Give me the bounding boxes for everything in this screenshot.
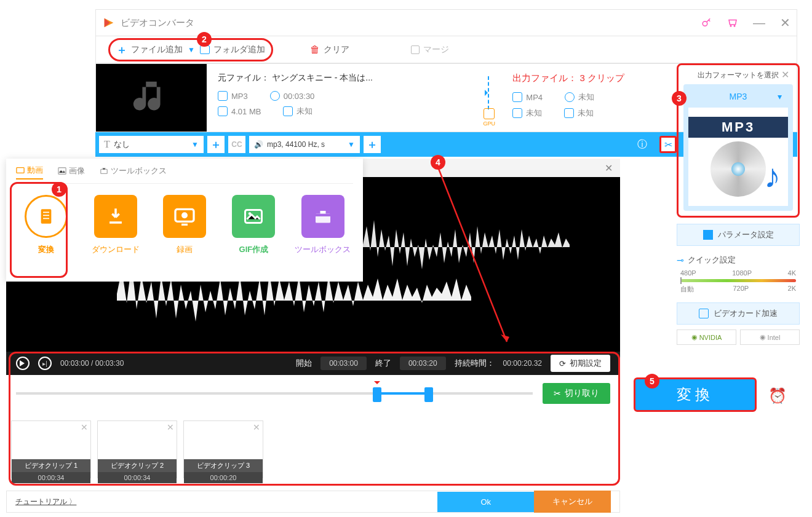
key-icon[interactable] [701, 17, 712, 28]
svg-rect-3 [101, 169, 108, 173]
out-size: 未知 [526, 108, 542, 119]
merge-label: マージ [423, 44, 449, 55]
clips-list: ✕ ビデオクリップ 1 00:00:34 ✕ ビデオクリップ 2 00:00:3… [6, 416, 620, 483]
trim-start-handle[interactable] [373, 387, 381, 402]
editor-bottom-bar: チュートリアル 〉 Ok キャンセル [6, 491, 620, 513]
trim-end-handle[interactable] [424, 387, 433, 402]
clock-icon [270, 91, 280, 101]
parameter-settings-button[interactable]: パラメータ設定 [677, 224, 800, 246]
src-size: 4.01 MB [231, 107, 261, 116]
src-format: MP3 [231, 92, 248, 101]
mode-convert[interactable]: 変換 [16, 195, 76, 255]
mode-toolbox[interactable]: ツールボックス [293, 195, 353, 255]
format-icon [218, 91, 228, 101]
clear-button[interactable]: 🗑 クリア [310, 44, 349, 55]
remove-clip-icon[interactable]: ✕ [81, 422, 88, 432]
chip-icon [699, 309, 709, 318]
cart-icon[interactable] [727, 17, 738, 28]
video-tab-icon [16, 166, 25, 175]
play-button[interactable] [16, 357, 30, 370]
mode-selector-panel: 動画 画像 ツールボックス 変換 ダウンロード 録画 GIF作成 ツールボックス [6, 159, 363, 282]
file-thumbnail [96, 64, 207, 132]
resolution-icon [564, 108, 574, 118]
gpu-acceleration-button[interactable]: ビデオカード加速 [677, 302, 800, 325]
add-subtitle-button[interactable]: ＋ [207, 136, 225, 153]
callout-badge-1: 1 [52, 182, 66, 197]
cut-button[interactable]: ✂切り取り [543, 383, 610, 404]
reset-button[interactable]: ⟳初期設定 [551, 355, 610, 372]
tab-toolbox[interactable]: ツールボックス [100, 165, 167, 180]
mode-record[interactable]: 録画 [154, 195, 215, 255]
toolbox-icon [312, 205, 334, 227]
nvidia-badge: ◉NVIDIA [677, 330, 736, 345]
start-label: 開始 [296, 358, 312, 369]
clip-item[interactable]: ✕ ビデオクリップ 1 00:00:34 [11, 420, 91, 478]
record-icon [172, 204, 197, 229]
format-dropdown[interactable]: MP3 [688, 89, 788, 104]
cut-tool-button[interactable]: ✂ [659, 136, 677, 153]
scissors-icon: ✂ [554, 389, 561, 398]
minimize-icon[interactable]: — [753, 16, 765, 30]
end-label: 終了 [375, 358, 391, 369]
start-time-input[interactable]: 00:03:00 [320, 357, 367, 370]
close-icon[interactable]: ✕ [780, 15, 790, 30]
format-preview: MP3 ♪ [688, 108, 788, 206]
clock-icon [565, 92, 575, 102]
tutorial-link[interactable]: チュートリアル 〉 [15, 497, 76, 507]
remove-clip-icon[interactable]: ✕ [253, 422, 260, 432]
speaker-icon: 🔊 [254, 140, 263, 149]
nvidia-icon: ◉ [691, 333, 698, 341]
cc-button[interactable]: CC [228, 136, 245, 153]
svg-point-0 [703, 22, 707, 26]
music-note-icon: ♪ [764, 157, 781, 195]
add-file-dropdown[interactable]: ▼ [188, 45, 195, 54]
add-file-group: ＋ ファイル追加 ▼ フォルダ追加 [108, 38, 273, 61]
toolbox-tab-icon [100, 167, 108, 175]
chevron-down-icon: ▼ [348, 140, 355, 149]
audio-value: mp3, 44100 Hz, s [267, 140, 325, 149]
info-icon[interactable]: ⓘ [636, 138, 648, 151]
resolution-icon [283, 106, 293, 116]
mode-gif[interactable]: GIF作成 [223, 195, 284, 255]
out-format: MP4 [526, 93, 543, 102]
clip-item[interactable]: ✕ ビデオクリップ 2 00:00:34 [97, 420, 177, 478]
merge-button[interactable]: マージ [411, 44, 449, 55]
out-res: 未知 [578, 108, 594, 119]
gif-icon [242, 205, 265, 227]
folder-size-icon [218, 106, 228, 116]
trim-track-row: ✂切り取り [6, 375, 620, 412]
format-badge: MP3 [688, 117, 788, 138]
end-time-input[interactable]: 00:03:20 [400, 357, 446, 370]
duration-value: 00:00:20.32 [503, 359, 542, 368]
schedule-icon[interactable]: ⏰ [765, 384, 790, 408]
add-file-button[interactable]: ＋ ファイル追加 [116, 42, 183, 57]
intel-icon: ◉ [760, 333, 766, 341]
intel-badge: ◉Intel [740, 330, 800, 345]
sliders-icon [703, 230, 713, 240]
tab-image[interactable]: 画像 [58, 165, 85, 180]
svg-point-8 [249, 212, 252, 215]
resolution-slider[interactable] [680, 279, 796, 282]
format-icon [512, 92, 522, 102]
add-folder-label: フォルダ追加 [213, 44, 265, 55]
play-segment-button[interactable]: ▸| [38, 357, 52, 370]
add-file-label: ファイル追加 [131, 44, 183, 55]
svg-point-6 [181, 212, 188, 218]
tab-video[interactable]: 動画 [16, 165, 43, 180]
mode-download[interactable]: ダウンロード [85, 195, 145, 255]
app-title: ビデオコンバータ [121, 17, 194, 29]
subtitle-select[interactable]: T なし ▼ [99, 136, 204, 153]
audio-track-select[interactable]: 🔊 mp3, 44100 Hz, s ▼ [249, 136, 360, 153]
gpu-badge: GPU [484, 108, 496, 127]
add-audio-button[interactable]: ＋ [364, 136, 381, 153]
format-selector-box: 出力フォーマットを選択 MP3 MP3 ♪ [677, 63, 800, 218]
subtitle-value: なし [114, 139, 130, 150]
music-note-icon [130, 76, 173, 119]
ok-button[interactable]: Ok [437, 492, 534, 512]
add-folder-button[interactable]: フォルダ追加 [200, 44, 265, 55]
cancel-button[interactable]: キャンセル [534, 491, 611, 513]
remove-clip-icon[interactable]: ✕ [167, 422, 174, 432]
trash-icon: 🗑 [310, 44, 320, 55]
clip-item[interactable]: ✕ ビデオクリップ 3 00:00:20 [183, 420, 263, 478]
trim-track[interactable] [16, 392, 533, 395]
